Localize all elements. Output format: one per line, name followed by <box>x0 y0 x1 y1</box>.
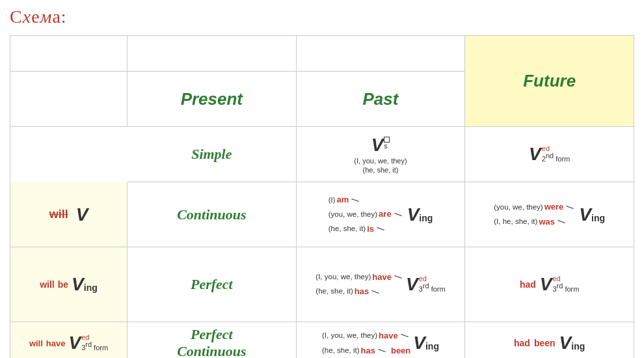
row-label-simple: Simple <box>127 127 297 182</box>
v-ing-pc-past: V ing <box>559 334 585 352</box>
v-simple-present: V s <box>371 135 390 156</box>
header-future-top: Future <box>465 36 634 127</box>
header-present-top <box>127 36 297 72</box>
title: Схема: <box>10 7 634 27</box>
v-simple-past: V ed 2nd form <box>529 145 570 163</box>
v-ing-continuous-past: V ing <box>579 206 605 224</box>
v-ing-continuous-future: V ing <box>72 275 98 294</box>
v-perfect-past: V ed 3rd form <box>540 275 580 294</box>
row-label-header-empty <box>10 72 127 127</box>
be-label: be <box>58 279 68 290</box>
row-label-continuous: Continuous <box>127 182 297 247</box>
perfect-future: will have V ed 3rd form <box>10 322 127 358</box>
v-ing-continuous-present: V ing <box>407 206 433 224</box>
v-simple-future: V <box>76 204 88 225</box>
will-label-pf: will <box>29 338 43 348</box>
simple-label: Simple <box>191 146 232 163</box>
future-header-label: Future <box>523 71 576 91</box>
past-header-label: Past <box>363 89 399 109</box>
simple-present: V s (I, you, we, they) (he, she, it) <box>297 127 466 182</box>
grammar-grid: Future Present Past Simple V s (I, you, … <box>10 35 634 358</box>
continuous-present: (I) am (you, we, they) are (he, she, it)… <box>297 182 466 247</box>
v-perfect-present: V ed 3rd form <box>406 275 446 294</box>
present-header-label: Present <box>181 89 243 109</box>
simple-future: will V <box>10 182 127 247</box>
v-ing-pc-present: V ing <box>413 334 439 352</box>
continuous-future: will be V ing <box>10 247 127 322</box>
header-past-top <box>297 36 466 72</box>
perfect-label: Perfect <box>191 276 233 293</box>
had-label-pc: had <box>514 338 530 348</box>
perfect-present: (I, you, we, they) have (he, she, it) ha… <box>297 247 466 322</box>
perfect-continuous-label: PerfectContinuous <box>177 326 246 358</box>
perfect-continuous-present: (I, you, we, they) have (he, she, it) ha… <box>297 322 466 358</box>
continuous-label: Continuous <box>177 206 246 223</box>
corner-empty <box>10 36 127 72</box>
future-merged-placeholder <box>10 127 127 182</box>
perfect-past: had V ed 3rd form <box>465 247 634 322</box>
header-past: Past <box>297 72 466 127</box>
simple-past: V ed 2nd form <box>465 127 634 182</box>
continuous-past: (you, we, they) were (I, he, she, it) wa… <box>465 182 634 247</box>
perfect-continuous-past: had been V ing <box>465 322 634 358</box>
v-perfect-future: V ed 3rd form <box>68 334 108 352</box>
row-label-perfect: Perfect <box>127 247 297 322</box>
will-label: will <box>49 208 68 221</box>
header-present: Present <box>127 72 297 127</box>
row-label-perfect-continuous: PerfectContinuous <box>127 322 297 358</box>
have-label-pf: have <box>46 338 66 348</box>
will-be-label: will <box>40 279 55 290</box>
had-label: had <box>520 279 536 290</box>
been-label-pc: been <box>534 338 556 348</box>
